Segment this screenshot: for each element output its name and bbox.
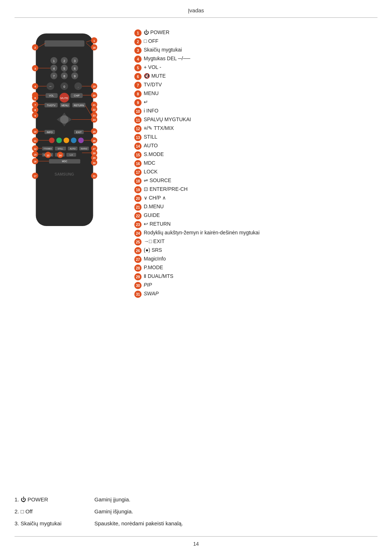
legend-number: 22 bbox=[134, 212, 142, 219]
top-border bbox=[15, 17, 377, 18]
legend-number: 26 bbox=[134, 247, 142, 254]
legend-number: 9 bbox=[134, 99, 142, 106]
remote-area: 1 2 3 4 5 6 7 8 9 ─ bbox=[15, 25, 123, 490]
legend-number: 6 bbox=[134, 73, 142, 80]
legend-item: 12≡/✎ TTX/MIX bbox=[134, 125, 377, 133]
svg-text:2: 2 bbox=[64, 59, 65, 63]
legend-item: 14AUTO bbox=[134, 142, 377, 150]
legend-number: 21 bbox=[134, 204, 142, 211]
svg-text:INFO: INFO bbox=[47, 131, 53, 134]
page-number: 14 bbox=[193, 541, 199, 547]
legend-text: AUTO bbox=[144, 142, 377, 149]
legend-number: 2 bbox=[134, 38, 142, 45]
svg-text:L.II: L.II bbox=[70, 154, 73, 156]
desc-item: 1. ⏻ POWERGaminį įjungia. bbox=[15, 496, 377, 502]
remote-diagram: 1 2 3 4 5 6 7 8 9 ─ bbox=[25, 25, 105, 236]
legend-item: 13STILL bbox=[134, 134, 377, 141]
svg-point-50 bbox=[71, 138, 76, 143]
legend-item: 17LOCK bbox=[134, 168, 377, 176]
legend-text: Skaičių mygtukai bbox=[144, 46, 377, 53]
svg-text:8: 8 bbox=[34, 108, 36, 112]
desc-label: 2. □ Off bbox=[15, 508, 87, 514]
svg-text:7: 7 bbox=[34, 103, 36, 107]
legend-number: 30 bbox=[134, 282, 142, 289]
legend-item: 4Mygtukas DEL ─/── bbox=[134, 55, 377, 63]
legend-item: 5+ VOL - bbox=[134, 64, 377, 72]
legend-item: 18⇌ SOURCE bbox=[134, 177, 377, 185]
svg-text:5: 5 bbox=[64, 67, 65, 70]
svg-text:27: 27 bbox=[93, 148, 96, 150]
legend-text: ∨ CH/P ∧ bbox=[144, 194, 377, 201]
legend-item: 3Skaičių mygtukai bbox=[134, 46, 377, 54]
svg-text:TV/DTV: TV/DTV bbox=[47, 104, 56, 107]
legend-item: 28P.MODE bbox=[134, 264, 377, 272]
legend-text: Ⅱ DUAL/MTS bbox=[144, 273, 377, 279]
svg-text:29: 29 bbox=[93, 157, 96, 159]
legend-number: 20 bbox=[134, 195, 142, 202]
legend-number: 29 bbox=[134, 273, 142, 280]
svg-text:MUTE: MUTE bbox=[60, 97, 68, 100]
svg-text:28: 28 bbox=[93, 152, 96, 155]
legend-number: 4 bbox=[134, 56, 142, 63]
desc-section: 1. ⏻ POWERGaminį įjungia.2. □ OffGaminį … bbox=[15, 496, 377, 532]
bottom-border bbox=[15, 536, 377, 537]
legend-text: MagicInfo bbox=[144, 255, 377, 262]
svg-text:AUTO: AUTO bbox=[70, 148, 75, 150]
legend-number: 24 bbox=[134, 230, 142, 237]
legend-text: LOCK bbox=[144, 168, 377, 175]
legend-item: 8MENU bbox=[134, 90, 377, 98]
legend-number: 7 bbox=[134, 82, 142, 89]
svg-text:MDC: MDC bbox=[62, 160, 67, 163]
legend-text: GUIDE bbox=[144, 212, 377, 218]
page-footer: 14 bbox=[0, 541, 392, 547]
legend-text: →□ EXIT bbox=[144, 238, 377, 245]
legend-item: 2□ OFF bbox=[134, 38, 377, 46]
legend-number: 8 bbox=[134, 90, 142, 98]
svg-text:13: 13 bbox=[46, 154, 49, 157]
legend-item: 10i INFO bbox=[134, 107, 377, 115]
legend-item: 15S.MODE bbox=[134, 151, 377, 159]
svg-text:1: 1 bbox=[53, 59, 55, 63]
svg-text:9: 9 bbox=[74, 74, 75, 78]
legend-number: 31 bbox=[134, 291, 142, 298]
legend-item: 20∨ CH/P ∧ bbox=[134, 194, 377, 202]
legend-text: D.MENU bbox=[144, 203, 377, 210]
legend-text: ↩ RETURN bbox=[144, 221, 377, 227]
legend-item: 11SPALVŲ MYGTUKAI bbox=[134, 116, 377, 124]
main-content: 1 2 3 4 5 6 7 8 9 ─ bbox=[15, 22, 377, 532]
svg-point-42 bbox=[60, 115, 69, 124]
legend-number: 10 bbox=[134, 108, 142, 115]
legend-text: ≡/✎ TTX/MIX bbox=[144, 125, 377, 131]
legend-item: 23↩ RETURN bbox=[134, 221, 377, 229]
legend-number: 23 bbox=[134, 221, 142, 228]
legend-number: 16 bbox=[134, 160, 142, 167]
legend-text: MENU bbox=[144, 90, 377, 97]
svg-text:30: 30 bbox=[93, 162, 96, 164]
legend-text: ⇌ SOURCE bbox=[144, 177, 377, 184]
legend-text: + VOL - bbox=[144, 64, 377, 70]
svg-text:16: 16 bbox=[34, 160, 37, 163]
desc-value: Spauskite, norėdami pakeisti kanalą. bbox=[94, 520, 377, 526]
legend-number: 13 bbox=[134, 134, 142, 141]
svg-text:4: 4 bbox=[53, 67, 55, 70]
svg-text:31: 31 bbox=[93, 175, 96, 177]
svg-text:STILL: STILL bbox=[58, 148, 63, 150]
desc-item: 2. □ OffGaminį išjungia. bbox=[15, 508, 377, 514]
svg-text:17: 17 bbox=[34, 175, 37, 177]
svg-text:6: 6 bbox=[74, 67, 75, 70]
header-title: Įvadas bbox=[188, 7, 204, 13]
legend-number: 14 bbox=[134, 143, 142, 150]
svg-text:15: 15 bbox=[34, 153, 37, 156]
desc-item: 3. Skaičių mygtukaiSpauskite, norėdami p… bbox=[15, 520, 377, 526]
svg-text:23: 23 bbox=[93, 114, 96, 117]
legend-number: 3 bbox=[134, 47, 142, 54]
svg-point-49 bbox=[64, 138, 69, 143]
legend-number: 1 bbox=[134, 29, 142, 37]
svg-text:SAMSUNG: SAMSUNG bbox=[54, 172, 74, 176]
legend-text: i INFO bbox=[144, 107, 377, 114]
legend-text: SPALVŲ MYGTUKAI bbox=[144, 116, 377, 123]
legend-item: 29Ⅱ DUAL/MTS bbox=[134, 273, 377, 281]
legend-item: 26(●) SRS bbox=[134, 247, 377, 255]
legend-text: SWAP bbox=[144, 290, 377, 297]
legend-number: 18 bbox=[134, 177, 142, 185]
